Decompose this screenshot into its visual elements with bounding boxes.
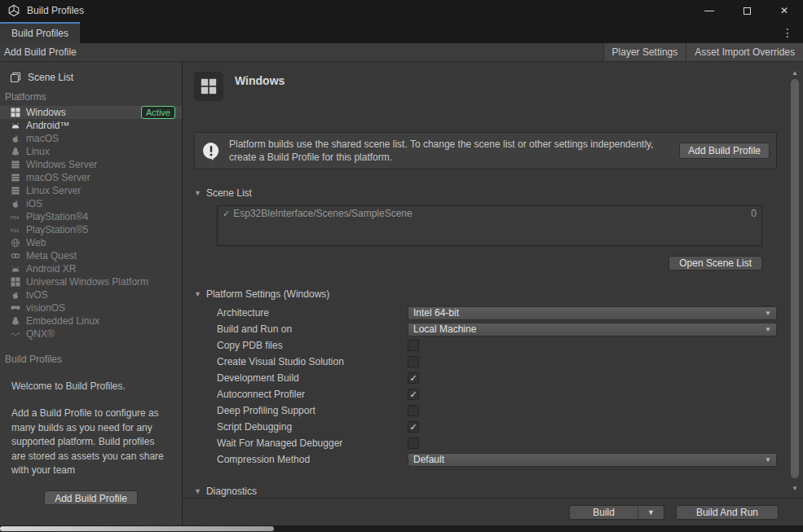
open-scene-list-button[interactable]: Open Scene List — [668, 256, 762, 270]
checkbox-development-build[interactable]: ✓ — [408, 372, 419, 384]
minimize-button[interactable]: — — [690, 0, 728, 21]
android-icon — [10, 264, 20, 275]
platform-settings-foldout[interactable]: ▼ Platform Settings (Windows) — [194, 288, 777, 300]
settings-rows: ArchitectureIntel 64-bit▼Build and Run o… — [194, 305, 777, 468]
sidebar: Scene List Platforms WindowsActiveAndroi… — [0, 62, 183, 525]
scene-list-row[interactable]: ✓Esp32BleInterface/Scenes/SampleScene0 — [218, 206, 761, 221]
platform-label: Android XR — [26, 263, 76, 275]
setting-row-compression-method: Compression MethodDefault▼ — [194, 451, 777, 468]
add-build-profile-toolbar-button[interactable]: Add Build Profile — [0, 46, 81, 58]
setting-label: Compression Method — [217, 454, 408, 465]
welcome-body: Add a Build Profile to configure as many… — [11, 407, 170, 477]
platform-label: macOS — [26, 133, 59, 144]
sidebar-platform-linux-16[interactable]: Embedded Linux — [0, 314, 182, 328]
build-split-button: Build ▼ — [569, 505, 664, 520]
setting-control: ✓ — [408, 421, 777, 433]
platform-label: macOS Server — [26, 172, 90, 183]
sidebar-platform-windows-0[interactable]: WindowsActive — [0, 106, 182, 119]
dropdown-compression-method[interactable]: Default▼ — [408, 453, 777, 467]
build-button[interactable]: Build — [570, 506, 638, 519]
setting-control: Local Machine▼ — [408, 323, 777, 336]
platform-list: WindowsActiveAndroid™macOSLinuxWindows S… — [0, 106, 182, 341]
welcome-title: Welcome to Build Profiles. — [11, 380, 170, 394]
maximize-button[interactable] — [728, 0, 765, 21]
checkbox-script-debugging[interactable]: ✓ — [408, 421, 419, 433]
close-button[interactable]: ✕ — [765, 0, 803, 21]
setting-label: Architecture — [217, 307, 408, 319]
scene-list-foldout[interactable]: ▼ Scene List — [194, 187, 777, 199]
tab-menu-icon[interactable]: ⋮ — [777, 24, 798, 41]
info-box: Platform builds use the shared scene lis… — [194, 132, 777, 169]
checkbox-copy-pdb-files[interactable] — [408, 340, 419, 351]
setting-row-deep-profiling-support: Deep Profiling Support — [194, 402, 777, 419]
setting-label: Deep Profiling Support — [217, 405, 408, 416]
sidebar-platform-linux-3[interactable]: Linux — [0, 145, 182, 158]
player-settings-button[interactable]: Player Settings — [603, 43, 686, 61]
setting-row-architecture: ArchitectureIntel 64-bit▼ — [194, 305, 777, 321]
setting-label: Copy PDB files — [217, 340, 408, 351]
dropdown-architecture[interactable]: Intel 64-bit▼ — [408, 306, 777, 320]
scroll-down-arrow-icon[interactable]: ▼ — [789, 485, 801, 493]
sidebar-platform-android-1[interactable]: Android™ — [0, 119, 182, 132]
platform-label: Web — [26, 237, 46, 248]
footer-bar: Build ▼ Build And Run — [183, 498, 803, 525]
sidebar-platform-goggles-15[interactable]: visionOS — [0, 301, 182, 314]
horizontal-scrollbar-thumb[interactable] — [0, 526, 274, 531]
windows-icon — [10, 108, 20, 118]
setting-control: Intel 64-bit▼ — [408, 306, 777, 320]
vertical-scrollbar: ▲ ▼ — [789, 69, 801, 493]
platform-label: tvOS — [26, 289, 48, 301]
sidebar-platform-server-5[interactable]: macOS Server — [0, 171, 182, 184]
sidebar-platform-qnx-17[interactable]: QNX® — [0, 328, 182, 341]
add-build-profile-sidebar-button[interactable]: Add Build Profile — [44, 490, 138, 505]
sidebar-platform-ps5-9[interactable]: PS5PlayStation®5 — [0, 223, 182, 236]
svg-text:PS5: PS5 — [11, 228, 19, 233]
scene-list-icon — [10, 72, 21, 83]
sidebar-platform-server-4[interactable]: Windows Server — [0, 158, 182, 171]
vertical-scrollbar-thumb[interactable] — [791, 79, 799, 478]
setting-row-autoconnect-profiler: Autoconnect Profiler✓ — [194, 386, 777, 402]
setting-control — [408, 405, 777, 416]
build-dropdown-arrow[interactable]: ▼ — [638, 506, 664, 519]
sidebar-platform-windows-13[interactable]: Universal Windows Platform — [0, 275, 182, 288]
setting-label: Autoconnect Profiler — [217, 389, 408, 400]
sidebar-platform-apple-14[interactable]: tvOS — [0, 288, 182, 301]
sidebar-item-scene-list[interactable]: Scene List — [0, 68, 182, 86]
diagnostics-foldout[interactable]: ▼ Diagnostics — [194, 486, 777, 497]
dropdown-build-and-run-on[interactable]: Local Machine▼ — [408, 323, 777, 336]
platform-settings-header: Platform Settings (Windows) — [206, 288, 329, 300]
sidebar-platform-apple-7[interactable]: iOS — [0, 197, 182, 210]
tab-build-profiles[interactable]: Build Profiles — [0, 22, 80, 43]
sidebar-platform-globe-10[interactable]: Web — [0, 236, 182, 249]
active-badge: Active — [141, 106, 175, 119]
ps4-icon: PS4 — [10, 212, 20, 222]
sidebar-platform-ps4-8[interactable]: PS4PlayStation®4 — [0, 210, 182, 223]
goggles-icon — [10, 303, 20, 314]
scene-index: 0 — [751, 208, 757, 219]
welcome-text: Welcome to Build Profiles. Add a Build P… — [0, 368, 182, 477]
unity-logo-icon — [7, 4, 20, 17]
title-bar: Build Profiles — ✕ — [0, 0, 803, 21]
platform-label: Linux Server — [26, 185, 81, 196]
sidebar-platform-android-12[interactable]: Android XR — [0, 262, 182, 275]
checkbox-create-visual-studio-solution[interactable] — [408, 356, 419, 367]
platform-label: Linux — [26, 146, 50, 157]
platform-label: Embedded Linux — [26, 315, 99, 327]
checkbox-deep-profiling-support[interactable] — [408, 405, 419, 416]
build-and-run-button[interactable]: Build And Run — [676, 505, 779, 520]
scroll-up-arrow-icon[interactable]: ▲ — [789, 69, 801, 77]
sidebar-platform-apple-2[interactable]: macOS — [0, 132, 182, 145]
checkbox-wait-for-managed-debugger[interactable] — [408, 437, 419, 449]
asset-import-overrides-button[interactable]: Asset Import Overrides — [686, 43, 803, 61]
scene-checkbox[interactable]: ✓ — [223, 209, 230, 219]
apple-icon — [10, 290, 20, 301]
sidebar-platform-meta-11[interactable]: Meta Quest — [0, 249, 182, 262]
setting-control: Default▼ — [408, 453, 777, 467]
main-scroll-area: Windows Platform builds use the shared s… — [183, 62, 803, 498]
windows-platform-icon — [194, 72, 223, 101]
platform-label: Windows Server — [26, 159, 97, 170]
add-build-profile-info-button[interactable]: Add Build Profile — [679, 143, 770, 159]
setting-control — [408, 356, 777, 367]
sidebar-platform-server-6[interactable]: Linux Server — [0, 184, 182, 197]
checkbox-autoconnect-profiler[interactable]: ✓ — [408, 389, 419, 400]
